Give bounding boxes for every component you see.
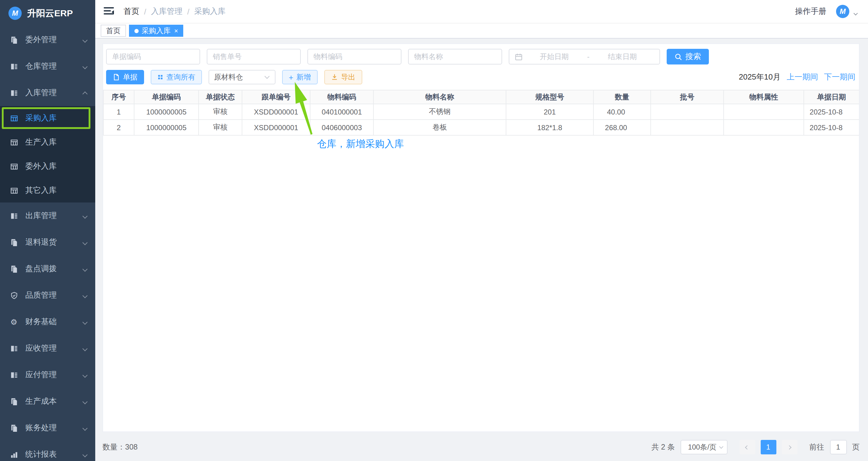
sales-order-input[interactable] [207,49,301,64]
table-icon [10,162,18,171]
sidebar-item-outsourcing[interactable]: 委外管理 [0,27,95,53]
col-attr: 物料属性 [724,90,804,104]
sidebar-submenu-inbound: 采购入库 生产入库 委外入库 其它入库 [0,106,95,203]
sidebar-item-label: 统计报表 [25,449,83,460]
col-material-name: 物料名称 [373,90,506,104]
sidebar-item-label: 生产入库 [25,137,95,148]
add-button[interactable]: + 新增 [282,70,317,84]
chevron-down-icon[interactable] [854,9,857,18]
cell-doc-no-link[interactable]: 1000000005 [134,104,198,120]
export-button[interactable]: 导出 [324,70,362,84]
goto-page-input[interactable] [830,440,846,454]
cell-doc-no-link[interactable]: 1000000005 [134,120,198,135]
breadcrumb-home[interactable]: 首页 [124,6,139,17]
hamburger-icon[interactable] [104,7,114,16]
sidebar-item-inbound[interactable]: 入库管理 [0,80,95,106]
chevron-up-icon [83,88,87,97]
cell-material-name: 不锈钢 [373,104,506,120]
sidebar-item-label: 其它入库 [25,185,95,196]
tab-purchase-inbound[interactable]: 采购入库 × [129,25,184,37]
search-button[interactable]: 搜索 [667,49,709,64]
col-material-code: 物料编码 [310,90,373,104]
brand-logo-icon: M [8,7,22,20]
chevron-down-icon [83,211,87,220]
doc-code-input[interactable] [106,49,200,64]
next-page-button[interactable] [781,440,797,454]
document-button[interactable]: 单据 [106,70,144,84]
close-icon[interactable]: × [174,27,178,34]
tab-home[interactable]: 首页 [101,25,126,37]
sidebar-item-outsourcing-inbound[interactable]: 委外入库 [0,154,95,178]
chevron-down-icon [83,317,87,326]
sidebar-item-returns[interactable]: 退料退货 [0,229,95,255]
copy-icon [10,265,18,273]
col-follow-no: 跟单编号 [242,90,310,104]
shield-icon [10,291,18,300]
material-name-input[interactable] [408,49,502,64]
prev-period-link[interactable]: 上一期间 [786,72,818,83]
navbar-right: 操作手册 M [795,5,857,18]
cell-batch [651,120,724,135]
page-number-button[interactable]: 1 [761,440,776,454]
sidebar-item-payables[interactable]: 应付管理 [0,362,95,388]
warehouse-select[interactable]: 原材料仓 [209,70,276,84]
help-manual-link[interactable]: 操作手册 [795,6,827,17]
prev-page-button[interactable] [739,440,755,454]
table-row: 2 1000000005 审核 XSDD000001 0406000003 卷板… [103,120,859,135]
sidebar-item-production-inbound[interactable]: 生产入库 [0,130,95,154]
sidebar-item-label: 生产成本 [25,396,83,407]
query-all-button[interactable]: 查询所有 [151,70,202,84]
breadcrumb: 首页 / 入库管理 / 采购入库 [124,6,226,17]
chevron-down-icon [83,291,87,300]
col-doc-no: 单据编码 [134,90,198,104]
sidebar-item-other-inbound[interactable]: 其它入库 [0,178,95,203]
quantity-total-label: 数量：308 [102,442,138,452]
sidebar-item-reports[interactable]: 统计报表 [0,441,95,461]
date-range-picker[interactable]: 开始日期 - 结束日期 [509,49,660,64]
sidebar-item-outbound[interactable]: 出库管理 [0,203,95,229]
chevron-down-icon [83,264,87,273]
sidebar-item-production-cost[interactable]: 生产成本 [0,388,95,414]
pagination: 共 2 条 100条/页 1 前往 页 [651,440,860,454]
material-code-input[interactable] [307,49,401,64]
sidebar-item-stocktake[interactable]: 盘点调拨 [0,255,95,282]
chevron-left-icon [745,445,749,449]
breadcrumb-separator: / [187,7,189,16]
col-date: 单据日期 [804,90,859,104]
chevron-down-icon [83,344,87,353]
sidebar-item-purchase-inbound[interactable]: 采购入库 [0,106,95,130]
copy-icon [10,397,18,405]
next-period-link[interactable]: 下一期间 [824,72,855,83]
sidebar-item-label: 入库管理 [25,87,83,98]
page-suffix-label: 页 [852,442,860,452]
cell-qty: 40.00 [593,104,651,120]
cell-seq: 1 [103,104,134,120]
chevron-down-icon [83,370,87,379]
toolbar: 单据 查询所有 原材料仓 + 新增 [103,64,859,84]
cell-spec: 201 [506,104,593,120]
sidebar-item-quality[interactable]: 品质管理 [0,282,95,309]
sidebar-item-label: 账务处理 [25,423,83,433]
table-icon [10,186,18,195]
cell-batch [651,104,724,120]
page-size-select[interactable]: 100条/页 [680,440,727,454]
cell-qty: 268.00 [593,120,651,135]
col-batch: 批号 [651,90,724,104]
col-status: 单据状态 [198,90,242,104]
app-root: M 升阳云ERP 委外管理 仓库管理 入库管理 [0,0,868,461]
cell-material-code: 0401000001 [310,104,373,120]
tab-bar: 首页 采购入库 × [95,24,868,38]
sidebar-item-finance-base[interactable]: ⚙ 财务基础 [0,309,95,335]
book-icon [10,371,18,379]
gear-icon: ⚙ [10,317,18,326]
table-icon [10,138,18,147]
sidebar-item-warehouse[interactable]: 仓库管理 [0,53,95,80]
period-label: 2025年10月 [739,72,781,83]
cell-date: 2025-10-8 [804,104,859,120]
sidebar-item-receivables[interactable]: 应收管理 [0,335,95,362]
sidebar-item-label: 退料退货 [25,237,83,248]
panel: 开始日期 - 结束日期 搜索 [102,43,860,432]
chevron-down-icon [83,35,87,44]
sidebar-item-accounting[interactable]: 账务处理 [0,414,95,441]
avatar[interactable]: M [836,5,849,18]
